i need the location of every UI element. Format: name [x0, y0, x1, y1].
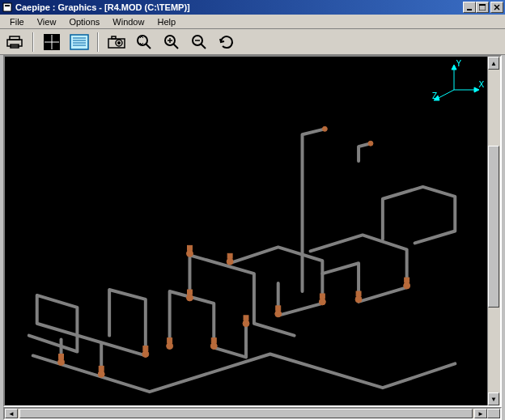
menubar: File View Options Window Help — [0, 15, 505, 29]
axis-y-label: Y — [456, 58, 461, 69]
vscroll-thumb[interactable] — [488, 146, 499, 308]
svg-point-58 — [368, 141, 373, 146]
scroll-down-button[interactable]: ▼ — [488, 392, 499, 405]
rotate-icon — [218, 33, 236, 51]
toolbar — [0, 29, 505, 55]
svg-rect-40 — [211, 338, 216, 343]
toolbar-separator — [32, 32, 34, 52]
axis-triad — [426, 62, 482, 110]
menu-options[interactable]: Options — [62, 15, 106, 28]
svg-rect-48 — [356, 291, 361, 296]
svg-point-51 — [186, 250, 193, 257]
app-icon — [2, 2, 13, 13]
horizontal-scrollbar[interactable]: ◄ ► — [3, 407, 502, 420]
svg-point-37 — [167, 343, 173, 350]
svg-rect-34 — [99, 366, 104, 371]
svg-line-23 — [146, 44, 151, 49]
svg-rect-8 — [10, 36, 19, 40]
svg-rect-44 — [276, 306, 281, 311]
maximize-button[interactable] — [476, 2, 489, 13]
svg-rect-7 — [7, 40, 22, 46]
print-icon — [6, 35, 23, 49]
svg-rect-1 — [5, 5, 10, 6]
svg-line-63 — [437, 90, 454, 99]
window-buttons — [463, 2, 503, 13]
svg-point-35 — [142, 351, 149, 358]
menu-view[interactable]: View — [31, 15, 63, 28]
svg-rect-2 — [467, 9, 472, 11]
menu-file[interactable]: File — [3, 15, 31, 28]
zoom-in-icon — [163, 33, 180, 51]
scroll-left-button[interactable]: ◄ — [5, 409, 18, 418]
svg-rect-4 — [479, 4, 486, 6]
svg-rect-13 — [70, 35, 88, 49]
svg-rect-50 — [405, 278, 410, 282]
svg-point-55 — [186, 295, 193, 301]
rotate-button[interactable] — [215, 32, 238, 53]
svg-point-53 — [227, 258, 233, 265]
crosshair-icon — [43, 33, 61, 51]
svg-point-41 — [243, 320, 249, 327]
svg-point-49 — [404, 282, 410, 289]
svg-point-31 — [58, 358, 65, 365]
hscroll-thumb[interactable] — [19, 409, 473, 418]
svg-rect-56 — [187, 290, 192, 295]
zoom-out-button[interactable] — [188, 32, 210, 53]
svg-rect-46 — [320, 294, 325, 299]
crosshair-button[interactable] — [40, 32, 63, 53]
svg-rect-19 — [112, 36, 116, 39]
axis-z-label: Z — [431, 91, 437, 101]
zoom-fit-button[interactable] — [133, 32, 155, 53]
svg-point-21 — [117, 41, 121, 45]
print-button[interactable] — [3, 32, 26, 53]
svg-point-43 — [275, 311, 282, 317]
svg-line-29 — [201, 44, 206, 49]
menu-help[interactable]: Help — [151, 15, 182, 28]
zoom-fit-icon — [135, 33, 153, 51]
minimize-button[interactable] — [463, 2, 476, 13]
axis-x-label: X — [478, 79, 484, 90]
close-button[interactable] — [490, 2, 503, 13]
pipe-model — [5, 57, 487, 405]
svg-point-47 — [355, 296, 362, 303]
window-title: Caepipe : Graphics - [R4.MOD (C:\TEMP)] — [15, 2, 463, 12]
scroll-up-button[interactable]: ▲ — [488, 57, 499, 70]
titlebar: Caepipe : Graphics - [R4.MOD (C:\TEMP)] — [0, 0, 505, 15]
svg-line-25 — [173, 44, 178, 49]
svg-rect-52 — [187, 245, 192, 250]
toolbar-separator — [97, 32, 99, 52]
viewport-frame: Y X Z ▲ ▼ — [3, 55, 502, 407]
svg-rect-38 — [168, 338, 172, 343]
zoom-in-button[interactable] — [160, 32, 183, 53]
svg-point-45 — [319, 299, 325, 305]
camera-button[interactable] — [105, 32, 128, 53]
graphics-viewport[interactable]: Y X Z — [5, 57, 487, 405]
scroll-right-button[interactable]: ► — [474, 409, 487, 418]
svg-rect-54 — [227, 253, 232, 258]
svg-point-57 — [322, 126, 327, 131]
list-icon — [70, 34, 89, 50]
list-button[interactable] — [68, 32, 91, 53]
scroll-corner — [487, 409, 500, 418]
svg-point-33 — [98, 371, 104, 377]
svg-rect-42 — [244, 316, 248, 320]
vertical-scrollbar[interactable]: ▲ ▼ — [487, 57, 500, 405]
menu-window[interactable]: Window — [106, 15, 151, 28]
camera-icon — [107, 35, 126, 49]
svg-rect-0 — [3, 3, 11, 11]
zoom-out-icon — [190, 33, 208, 51]
svg-rect-32 — [59, 354, 64, 358]
svg-rect-36 — [143, 346, 148, 351]
svg-point-39 — [210, 343, 217, 350]
